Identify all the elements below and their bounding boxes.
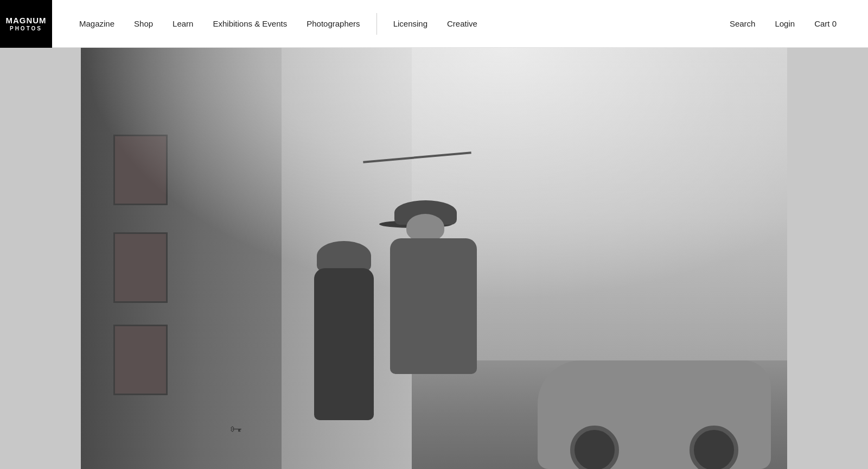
nav-actions: Search Login Cart 0 bbox=[720, 0, 868, 48]
figure-back-hat bbox=[317, 241, 371, 271]
hero-section: 🗝 bbox=[0, 48, 868, 469]
nav-login[interactable]: Login bbox=[765, 0, 805, 48]
nav-licensing[interactable]: Licensing bbox=[384, 0, 437, 48]
figure-back bbox=[314, 241, 374, 436]
hero-image: 🗝 bbox=[81, 48, 787, 469]
nav-magazine[interactable]: Magazine bbox=[69, 0, 124, 48]
nav-search[interactable]: Search bbox=[720, 0, 765, 48]
hero-photo: 🗝 bbox=[81, 48, 787, 469]
car-vw-beetle bbox=[538, 317, 771, 469]
nav-right: Licensing Creative bbox=[384, 0, 487, 48]
car-wheel-front bbox=[690, 426, 738, 469]
logo-photos: PHOTOS bbox=[5, 26, 46, 32]
nav-photographers[interactable]: Photographers bbox=[297, 0, 369, 48]
site-logo[interactable]: MAGNUM PHOTOS bbox=[0, 0, 52, 48]
nav-cart[interactable]: Cart 0 bbox=[805, 0, 846, 48]
nav-exhibitions[interactable]: Exhibitions & Events bbox=[203, 0, 297, 48]
nav-left: Magazine Shop Learn Exhibitions & Events… bbox=[52, 0, 370, 48]
shutter-3 bbox=[113, 325, 168, 395]
figure-head bbox=[406, 214, 444, 241]
figure-back-body bbox=[314, 268, 374, 420]
shutter-1 bbox=[113, 135, 168, 205]
site-header: MAGNUM PHOTOS Magazine Shop Learn Exhibi… bbox=[0, 0, 868, 48]
figure-body bbox=[390, 238, 477, 374]
shutter-2 bbox=[113, 232, 168, 303]
nav-divider bbox=[376, 13, 377, 35]
car-wheel-back bbox=[570, 426, 619, 469]
nav-creative[interactable]: Creative bbox=[437, 0, 487, 48]
key-icon: 🗝 bbox=[230, 422, 242, 436]
building-left bbox=[81, 48, 282, 469]
nav-shop[interactable]: Shop bbox=[124, 0, 163, 48]
figure-center bbox=[385, 214, 482, 442]
main-nav: Magazine Shop Learn Exhibitions & Events… bbox=[52, 0, 868, 47]
logo-magnum: MAGNUM bbox=[5, 16, 46, 26]
nav-learn[interactable]: Learn bbox=[163, 0, 203, 48]
